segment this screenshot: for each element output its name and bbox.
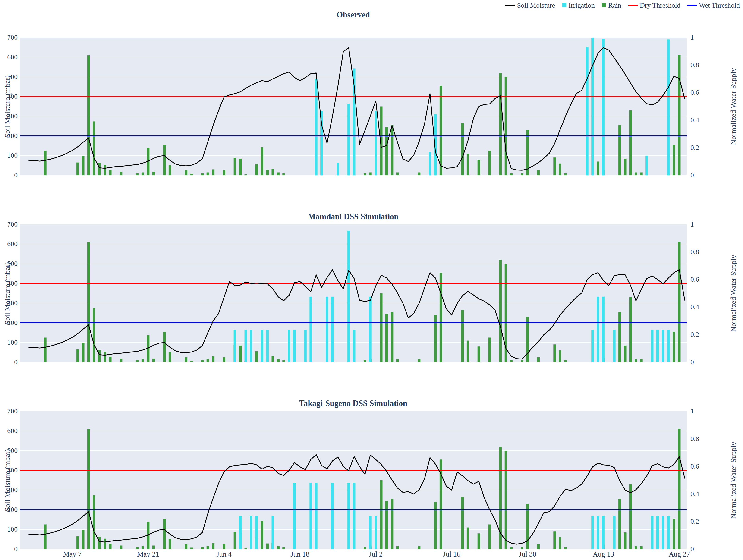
- irrigation-bar[interactable]: [591, 330, 594, 362]
- rain-bar[interactable]: [44, 151, 47, 176]
- rain-bar[interactable]: [239, 159, 242, 175]
- rain-bar[interactable]: [169, 352, 171, 362]
- rain-bar[interactable]: [109, 544, 112, 549]
- rain-bar[interactable]: [239, 346, 242, 362]
- rain-bar[interactable]: [510, 547, 513, 549]
- rain-bar[interactable]: [440, 272, 442, 362]
- rain-bar[interactable]: [109, 357, 112, 362]
- rain-bar[interactable]: [190, 548, 193, 549]
- rain-bar[interactable]: [391, 125, 393, 175]
- rain-bar[interactable]: [44, 525, 47, 549]
- rain-bar[interactable]: [678, 242, 681, 362]
- irrigation-bar[interactable]: [613, 330, 616, 362]
- irrigation-bar[interactable]: [646, 156, 648, 175]
- rain-bar[interactable]: [282, 547, 285, 549]
- rain-bar[interactable]: [434, 502, 437, 549]
- rain-bar[interactable]: [418, 546, 420, 549]
- rain-bar[interactable]: [44, 338, 47, 362]
- rain-bar[interactable]: [364, 173, 366, 175]
- rain-bar[interactable]: [618, 312, 621, 362]
- irrigation-bar[interactable]: [369, 516, 372, 549]
- rain-bar[interactable]: [152, 546, 155, 549]
- irrigation-bar[interactable]: [667, 516, 670, 549]
- rain-bar[interactable]: [190, 174, 193, 176]
- irrigation-bar[interactable]: [656, 516, 659, 549]
- rain-bar[interactable]: [255, 164, 258, 175]
- rain-bar[interactable]: [640, 359, 643, 362]
- irrigation-bar[interactable]: [320, 111, 323, 175]
- rain-bar[interactable]: [629, 484, 632, 549]
- rain-bar[interactable]: [77, 536, 79, 549]
- rain-bar[interactable]: [120, 359, 122, 362]
- irrigation-bar[interactable]: [591, 516, 594, 549]
- rain-bar[interactable]: [478, 533, 480, 549]
- legend-item-soil-moisture[interactable]: Soil Moisture: [506, 1, 555, 9]
- rain-bar[interactable]: [396, 546, 399, 549]
- rain-bar[interactable]: [234, 532, 236, 549]
- rain-bar[interactable]: [564, 360, 567, 362]
- irrigation-bar[interactable]: [347, 231, 350, 362]
- rain-bar[interactable]: [629, 111, 632, 175]
- rain-bar[interactable]: [261, 521, 263, 549]
- rain-bar[interactable]: [223, 544, 225, 549]
- rain-bar[interactable]: [185, 544, 187, 549]
- rain-bar[interactable]: [488, 525, 491, 549]
- rain-bar[interactable]: [98, 350, 101, 362]
- rain-bar[interactable]: [499, 260, 502, 362]
- rain-bar[interactable]: [564, 173, 567, 175]
- irrigation-bar[interactable]: [602, 297, 605, 362]
- rain-bar[interactable]: [103, 165, 106, 175]
- rain-bar[interactable]: [564, 547, 567, 549]
- rain-bar[interactable]: [618, 499, 621, 549]
- rain-bar[interactable]: [553, 344, 556, 362]
- rain-bar[interactable]: [635, 546, 637, 549]
- rain-bar[interactable]: [434, 315, 437, 362]
- rain-bar[interactable]: [98, 163, 101, 175]
- irrigation-bar[interactable]: [347, 103, 350, 175]
- rain-bar[interactable]: [152, 172, 155, 176]
- rain-bar[interactable]: [467, 341, 469, 362]
- irrigation-bar[interactable]: [375, 516, 377, 549]
- rain-bar[interactable]: [640, 546, 643, 549]
- rain-bar[interactable]: [82, 343, 85, 362]
- rain-bar[interactable]: [467, 527, 469, 549]
- rain-bar[interactable]: [559, 537, 561, 549]
- rain-bar[interactable]: [152, 359, 155, 362]
- rain-bar[interactable]: [505, 451, 507, 549]
- rain-bar[interactable]: [201, 547, 204, 549]
- irrigation-bar[interactable]: [250, 516, 253, 549]
- irrigation-bar[interactable]: [293, 483, 296, 549]
- panel-svg[interactable]: [20, 224, 687, 362]
- plot-area-takagi-sugeno[interactable]: [20, 411, 687, 549]
- irrigation-bar[interactable]: [651, 330, 654, 362]
- irrigation-bar[interactable]: [429, 152, 431, 175]
- rain-bar[interactable]: [624, 532, 626, 549]
- irrigation-bar[interactable]: [375, 111, 377, 175]
- rain-bar[interactable]: [266, 544, 269, 549]
- rain-bar[interactable]: [212, 356, 215, 362]
- rain-bar[interactable]: [245, 548, 247, 549]
- rain-bar[interactable]: [526, 504, 529, 549]
- rain-bar[interactable]: [87, 242, 90, 362]
- irrigation-bar[interactable]: [651, 516, 654, 549]
- irrigation-bar[interactable]: [613, 516, 616, 549]
- rain-bar[interactable]: [277, 359, 279, 362]
- rain-bar[interactable]: [672, 332, 675, 362]
- rain-bar[interactable]: [87, 55, 90, 175]
- rain-bar[interactable]: [385, 501, 388, 549]
- rain-bar[interactable]: [462, 123, 464, 176]
- rain-bar[interactable]: [478, 346, 480, 362]
- rain-bar[interactable]: [103, 352, 106, 362]
- rain-bar[interactable]: [277, 173, 279, 176]
- rain-bar[interactable]: [272, 356, 274, 362]
- irrigation-bar[interactable]: [234, 330, 236, 362]
- irrigation-bar[interactable]: [293, 330, 296, 362]
- irrigation-bar[interactable]: [326, 297, 329, 362]
- rain-bar[interactable]: [82, 530, 85, 549]
- irrigation-bar[interactable]: [315, 79, 317, 176]
- rain-bar[interactable]: [82, 156, 85, 175]
- rain-bar[interactable]: [120, 546, 122, 549]
- rain-bar[interactable]: [272, 169, 274, 175]
- rain-bar[interactable]: [282, 360, 285, 362]
- rain-bar[interactable]: [245, 174, 247, 175]
